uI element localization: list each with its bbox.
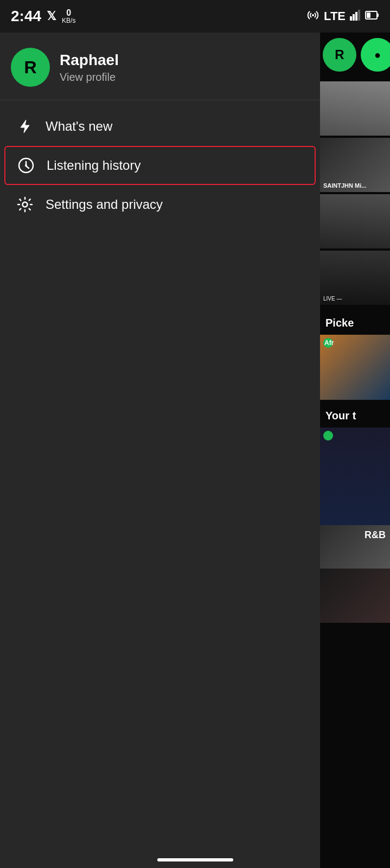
bg-thumb-artist2	[320, 194, 390, 248]
svg-rect-7	[367, 12, 370, 18]
main-wrapper: R Raphael View profile What's new	[0, 33, 390, 868]
bg-lana-thumb	[320, 569, 390, 623]
whats-new-label: What's new	[46, 119, 112, 134]
clock-icon	[16, 157, 36, 174]
gear-icon	[15, 196, 35, 213]
svg-rect-6	[377, 14, 379, 17]
bg-spotify-thumb	[320, 427, 390, 525]
avatar: R	[11, 48, 50, 87]
listening-history-label: Listening history	[47, 158, 140, 173]
your-top-title: Your t	[322, 404, 388, 425]
picked-section: Picke	[320, 307, 390, 335]
bg-avatar-letter-r: R	[335, 47, 344, 62]
menu-list: What's new Listening history	[0, 100, 320, 231]
home-indicator	[157, 858, 233, 861]
bg-rnb-thumb: R&B	[320, 525, 390, 569]
background-panel: R ● SAINTJHN Mi... LIVE —	[320, 33, 390, 868]
afro-label: Afr	[324, 339, 334, 347]
svg-rect-3	[355, 12, 357, 21]
live-label: LIVE —	[323, 296, 342, 302]
view-profile-link[interactable]: View profile	[60, 71, 119, 84]
status-right: LTE	[306, 9, 379, 24]
bg-thumbnails: SAINTJHN Mi... LIVE — Picke Afr Your t	[320, 81, 390, 623]
your-top-section: Your t	[320, 400, 390, 427]
settings-privacy-label: Settings and privacy	[46, 197, 163, 212]
profile-section[interactable]: R Raphael View profile	[0, 33, 320, 100]
kb-indicator: 0 KB/s	[62, 8, 75, 25]
lte-label: LTE	[324, 9, 346, 23]
spotify-dot-2	[323, 431, 333, 441]
svg-point-9	[25, 164, 27, 167]
picked-title: Picke	[322, 311, 388, 333]
bg-thumb-artist	[320, 81, 390, 136]
svg-rect-1	[350, 16, 352, 21]
profile-name: Raphael	[60, 52, 119, 69]
status-left: 2:44 𝕏 0 KB/s	[11, 8, 75, 25]
bg-avatar-teal: ●	[361, 38, 390, 72]
lightning-icon	[15, 118, 35, 135]
signal-icon	[350, 10, 361, 23]
hotspot-icon	[306, 9, 319, 24]
menu-item-settings[interactable]: Settings and privacy	[4, 186, 316, 223]
x-icon: 𝕏	[47, 9, 56, 23]
rnb-label: R&B	[365, 529, 386, 541]
avatar-letter: R	[24, 58, 36, 78]
svg-point-10	[23, 202, 28, 207]
bg-avatar-row: R ●	[323, 38, 390, 72]
bg-thumb-dark: LIVE —	[320, 251, 390, 305]
bg-thumb-saintjhn: SAINTJHN Mi...	[320, 138, 390, 192]
saintjhn-label: SAINTJHN Mi...	[323, 182, 366, 189]
bg-picked-thumb: Afr	[320, 335, 390, 400]
menu-item-whats-new[interactable]: What's new	[4, 108, 316, 145]
status-time: 2:44	[11, 8, 41, 25]
drawer-panel: R Raphael View profile What's new	[0, 33, 320, 868]
profile-info: Raphael View profile	[60, 52, 119, 84]
svg-rect-4	[358, 10, 360, 21]
battery-icon	[365, 10, 379, 23]
menu-item-listening-history[interactable]: Listening history	[4, 146, 316, 185]
bg-avatar-letter-2: ●	[374, 49, 381, 61]
svg-point-0	[312, 14, 314, 16]
svg-rect-2	[353, 14, 355, 21]
status-bar: 2:44 𝕏 0 KB/s LTE	[0, 0, 390, 33]
bg-avatar-green: R	[323, 38, 356, 72]
